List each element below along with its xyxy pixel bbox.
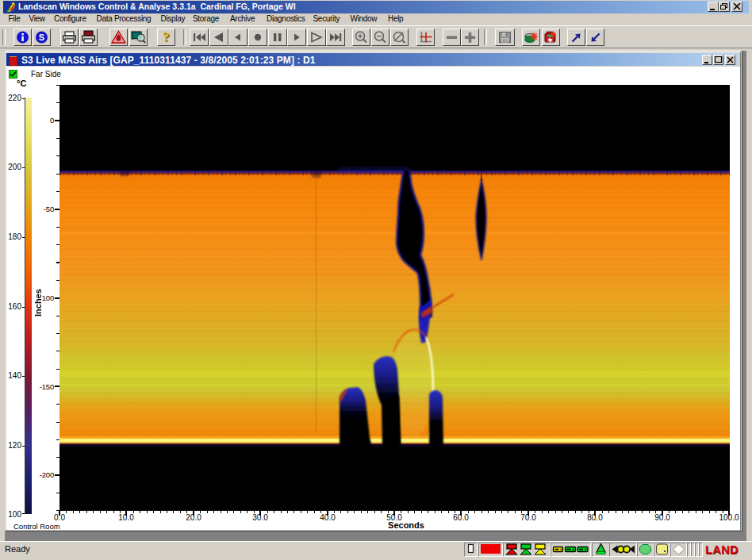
svg-text:S: S (39, 33, 44, 42)
svg-text:?: ? (163, 29, 170, 44)
